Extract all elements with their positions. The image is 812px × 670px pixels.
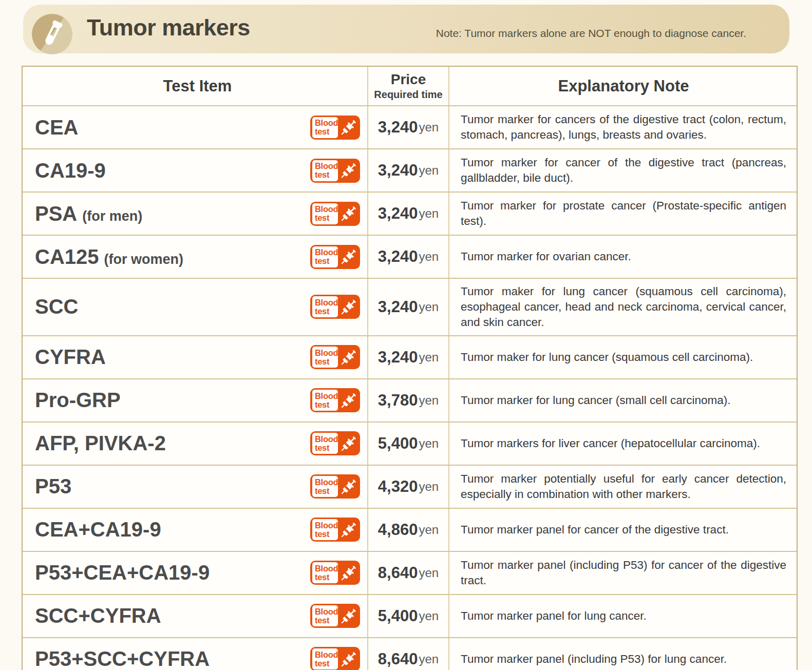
blood-test-label: Blood test [312,296,338,317]
test-name: CYFRA [35,346,106,369]
syringe-icon [338,520,359,540]
blood-test-label: Blood test [312,476,338,497]
price-cell: 4,860 yen [368,509,449,551]
column-header-explanatory-note: Explanatory Note [449,67,797,105]
table-row: CEA Blood test [23,105,797,148]
table-row: Pro-GRP Blood test [23,378,797,422]
explanatory-note: Tumor marker for prostate cancer (Prosta… [461,198,786,229]
price-cell: 3,240 yen [368,106,449,148]
note-cell: Tumor marker for cancer of the digestive… [449,149,797,192]
blood-test-label: Blood test [312,347,338,368]
explanatory-note: Tumor marker for cancer of the digestive… [461,155,786,186]
table-row: SCC Blood test [23,278,797,335]
syringe-icon [338,649,359,669]
note-cell: Tumor marker for prostate cancer (Prosta… [449,193,797,235]
column-header-price: Price Required time [368,67,449,105]
note-cell: Tumor marker panel (including P53) for c… [449,552,797,594]
column-header-test-item: Test Item [23,67,368,105]
explanatory-note: Tumor marker for lung cancer (small cell… [461,393,786,408]
table-row: P53+CEA+CA19-9 Blood test [23,551,797,594]
note-cell: Tumor marker panel for cancer of the dig… [449,509,797,551]
syringe-icon [338,476,359,497]
test-item-cell: P53+SCC+CYFRA Blood test [23,638,368,670]
explanatory-note: Tumor marker for ovarian cancer. [461,249,786,264]
blood-test-badge: Blood test [310,474,360,499]
blood-test-badge: Blood test [310,647,360,670]
blood-test-badge: Blood test [310,518,360,542]
test-item-cell: P53 Blood test [23,466,368,508]
syringe-icon [338,203,359,224]
test-item-cell: P53+CEA+CA19-9 Blood test [23,552,368,594]
required-time-header-label: Required time [374,88,442,101]
syringe-icon [338,160,359,181]
blood-test-label: Blood test [312,160,338,181]
test-name: CA19-9 [35,159,106,182]
blood-test-badge: Blood test [310,388,360,412]
syringe-icon [338,390,359,411]
table-row: CEA+CA19-9 Blood test [23,508,797,551]
explanatory-note: Tumor marker for cancers of the digestiv… [461,112,786,143]
syringe-icon [338,563,359,583]
syringe-icon [338,297,359,317]
price-cell: 3,780 yen [368,379,449,422]
explanatory-note: Tumor maker for lung cancer (squamous ce… [461,350,786,365]
explanatory-note: Tumor marker panel for cancer of the dig… [461,522,786,538]
test-item-cell: CEA+CA19-9 Blood test [23,509,368,551]
blood-test-badge: Blood test [310,431,360,455]
table-row: CYFRA Blood test [23,335,797,378]
blood-test-badge: Blood test [310,604,360,628]
explanatory-note: Tumor markers for liver cancer (hepatoce… [461,436,786,451]
explanatory-note: Tumor marker potentially useful for earl… [461,471,786,502]
test-name: CEA+CA19-9 [35,518,161,541]
test-item-cell: CA19-9 Blood test [23,149,368,192]
explanatory-note: Tumor maker for lung cancer (squamous ce… [461,284,786,330]
explanatory-note: Tumor marker panel (including P53) for c… [461,558,786,588]
note-cell: Tumor markers for liver cancer (hepatoce… [449,423,797,465]
blood-test-badge: Blood test [310,245,360,269]
test-item-cell: CEA Blood test [23,106,368,148]
note-cell: Tumor maker for lung cancer (squamous ce… [449,279,797,335]
price-cell: 4,320 yen [368,466,449,508]
price-cell: 3,240 yen [368,236,449,278]
table-header-row: Test Item Price Required time Explanator… [23,67,797,105]
test-name: Pro-GRP [35,389,121,412]
blood-test-badge: Blood test [310,561,360,585]
syringe-icon [338,433,359,454]
test-item-cell: CA125 (for women) Blood test [23,236,368,278]
blood-test-badge: Blood test [310,159,360,183]
test-name: CEA [35,116,78,139]
test-item-cell: Pro-GRP Blood test [23,379,368,422]
blood-test-badge: Blood test [310,345,360,369]
blood-test-label: Blood test [312,562,338,583]
blood-test-label: Blood test [312,117,338,138]
header-bar: Tumor markers Note: Tumor markers alone … [23,5,789,53]
test-item-cell: SCC Blood test [23,279,368,335]
header-note: Note: Tumor markers alone are NOT enough… [436,27,746,40]
note-cell: Tumor marker panel for lung cancer. [449,595,797,637]
tumor-marker-table: Test Item Price Required time Explanator… [22,66,798,670]
blood-test-badge: Blood test [310,202,360,226]
test-tube-icon [32,14,72,54]
explanatory-note: Tumor marker panel for lung cancer. [461,608,786,624]
test-name: SCC+CYFRA [35,604,161,627]
blood-test-badge: Blood test [310,295,360,319]
price-cell: 3,240 yen [368,279,449,335]
syringe-icon [338,347,359,368]
blood-test-label: Blood test [312,246,338,267]
table-body: CEA Blood test [23,105,797,670]
test-name: CA125 (for women) [35,245,183,269]
test-name: P53 [35,475,71,498]
syringe-icon [338,246,359,267]
table-row: P53+SCC+CYFRA Blood test [23,637,797,670]
test-item-cell: SCC+CYFRA Blood test [23,595,368,637]
blood-test-label: Blood test [312,203,338,224]
note-cell: Tumor marker for lung cancer (small cell… [449,379,797,422]
syringe-icon [338,606,359,626]
note-cell: Tumor marker for ovarian cancer. [449,236,797,278]
test-name: AFP, PIVKA-2 [35,432,166,455]
price-cell: 8,640 yen [368,552,449,594]
blood-test-label: Blood test [312,605,338,626]
price-header-label: Price [391,71,426,88]
price-cell: 8,640 yen [368,638,449,670]
note-cell: Tumor maker for lung cancer (squamous ce… [449,336,797,378]
